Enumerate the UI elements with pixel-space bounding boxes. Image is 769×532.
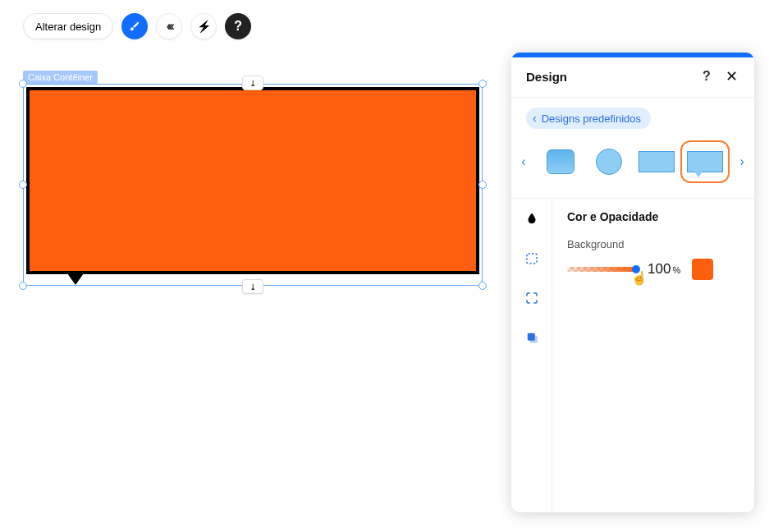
brush-icon (129, 21, 140, 32)
side-tabs (511, 199, 552, 512)
preset-row: ‹ Designs predefinidos (511, 98, 754, 135)
panel-help-button[interactable]: ? (698, 69, 715, 84)
panel-header: Design ? ✕ (511, 57, 754, 98)
shapes-prev-button[interactable]: ‹ (516, 139, 531, 185)
svg-rect-2 (529, 336, 537, 343)
background-label: Background (567, 238, 739, 250)
tab-border[interactable] (523, 250, 541, 268)
shadow-icon (524, 330, 539, 345)
shape-rectangle[interactable] (639, 147, 675, 177)
resize-handle-tl[interactable] (19, 80, 27, 88)
resize-handle-bl[interactable] (19, 282, 27, 290)
selection-outline (23, 84, 483, 286)
animation-button[interactable]: ‹‹‹ (156, 13, 182, 39)
bolt-icon (197, 19, 211, 34)
panel-content: Cor e Opacidade Background ☝ 100% (552, 199, 754, 512)
opacity-number: 100 (648, 261, 671, 277)
change-design-label: Alterar design (35, 21, 101, 33)
background-row: ☝ 100% (567, 259, 739, 280)
dashed-square-icon (524, 251, 539, 266)
download-icon: ⤓ (249, 79, 256, 88)
attach-top-button[interactable]: ⤓ (242, 76, 263, 90)
element-type-label: Caixa Contêiner (23, 71, 98, 84)
shapes-next-button[interactable]: › (735, 139, 749, 185)
droplet-icon (524, 212, 539, 227)
tab-fill[interactable] (523, 210, 541, 228)
attach-bottom-button[interactable]: ⤓ (242, 279, 263, 294)
slider-thumb[interactable] (632, 265, 640, 273)
shape-speech-bubble[interactable] (687, 147, 724, 177)
design-panel: Design ? ✕ ‹ Designs predefinidos ‹ › (511, 53, 754, 512)
toolbar: Alterar design ‹‹‹ (23, 13, 251, 39)
bolt-button[interactable] (190, 13, 217, 39)
panel-title: Design (526, 70, 698, 84)
color-swatch[interactable] (692, 259, 713, 280)
preset-designs-button[interactable]: ‹ Designs predefinidos (526, 108, 651, 129)
opacity-slider[interactable]: ☝ (567, 264, 636, 275)
corners-icon (524, 291, 539, 305)
change-design-button[interactable]: Alterar design (23, 13, 113, 39)
slider-fill (567, 267, 636, 272)
help-icon (234, 19, 242, 34)
preset-label: Designs predefinidos (542, 112, 641, 125)
resize-handle-br[interactable] (478, 282, 487, 290)
opacity-unit: % (672, 265, 680, 275)
download-icon: ⤓ (249, 282, 256, 291)
section-title: Cor e Opacidade (567, 210, 739, 223)
help-button[interactable] (225, 13, 251, 39)
tab-corners[interactable] (523, 289, 541, 307)
chevron-left-icon: ‹ (533, 112, 537, 125)
panel-body: Cor e Opacidade Background ☝ 100% (511, 199, 754, 512)
svg-rect-0 (527, 254, 537, 264)
resize-handle-mr[interactable] (478, 181, 487, 189)
tab-shadow[interactable] (523, 328, 541, 346)
panel-close-button[interactable]: ✕ (723, 67, 739, 85)
animation-icon: ‹‹‹ (167, 19, 172, 34)
resize-handle-tr[interactable] (478, 80, 487, 88)
shape-circle[interactable] (590, 147, 627, 177)
shape-picker: ‹ › (511, 135, 754, 199)
selected-element[interactable]: ⤓ ⤓ (23, 84, 483, 286)
opacity-value: 100% (648, 261, 680, 277)
shape-rounded-square[interactable] (542, 147, 579, 177)
brush-button[interactable] (121, 13, 148, 39)
resize-handle-ml[interactable] (19, 181, 27, 189)
